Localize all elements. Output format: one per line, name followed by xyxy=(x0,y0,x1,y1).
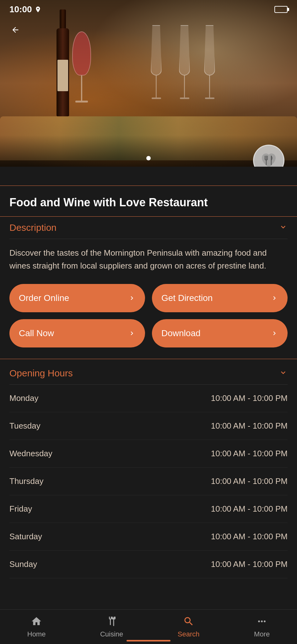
champagne-glass-3 xyxy=(204,25,215,99)
home-indicator xyxy=(127,640,170,641)
hours-day-friday: Friday xyxy=(9,504,32,514)
description-text: Discover the tastes of the Mornington Pe… xyxy=(9,239,288,284)
wine-glass-decoration xyxy=(72,31,91,103)
download-label: Download xyxy=(161,328,201,338)
hours-day-wednesday: Wednesday xyxy=(9,449,52,458)
search-icon xyxy=(183,616,194,628)
battery-icon xyxy=(274,6,288,13)
nav-more-label: More xyxy=(254,630,270,638)
get-direction-button[interactable]: Get Direction xyxy=(152,284,288,312)
back-icon xyxy=(11,25,20,34)
hours-day-sunday: Sunday xyxy=(9,559,37,569)
hours-time-tuesday: 10:00 AM - 10:00 PM xyxy=(211,421,288,431)
hours-time-monday: 10:00 AM - 10:00 PM xyxy=(211,393,288,403)
hours-day-monday: Monday xyxy=(9,393,39,403)
download-button[interactable]: Download xyxy=(152,319,288,347)
description-chevron-icon xyxy=(279,223,288,233)
hours-row: Monday10:00 AM - 10:00 PM xyxy=(9,385,288,412)
hours-row: Friday10:00 AM - 10:00 PM xyxy=(9,495,288,523)
home-icon xyxy=(31,616,42,628)
carousel-dots xyxy=(146,156,151,160)
hours-row: Thursday10:00 AM - 10:00 PM xyxy=(9,468,288,495)
call-now-button[interactable]: Call Now xyxy=(9,319,145,347)
hero-overlay xyxy=(0,135,297,167)
description-section-header[interactable]: Description xyxy=(9,217,288,239)
hours-day-tuesday: Tuesday xyxy=(9,421,40,431)
hours-row: Sunday10:00 AM - 10:00 PM xyxy=(9,551,288,578)
hero-image xyxy=(0,0,297,167)
order-online-button[interactable]: Order Online xyxy=(9,284,145,312)
main-content: Food and Wine with Love Restaurant Descr… xyxy=(0,179,297,619)
cuisine-icon xyxy=(106,616,117,628)
hours-time-wednesday: 10:00 AM - 10:00 PM xyxy=(211,449,288,458)
hours-time-saturday: 10:00 AM - 10:00 PM xyxy=(211,532,288,541)
hours-row: Wednesday10:00 AM - 10:00 PM xyxy=(9,440,288,468)
time-display: 10:00 xyxy=(9,4,32,14)
carousel-dot-1[interactable] xyxy=(146,156,151,160)
nav-cuisine[interactable]: Cuisine xyxy=(94,613,129,641)
fork-knife-heart-icon xyxy=(259,151,278,167)
wine-bottle-decoration xyxy=(57,16,69,116)
nav-search-label: Search xyxy=(178,630,200,638)
status-bar: 10:00 xyxy=(0,0,297,19)
opening-hours-header[interactable]: Opening Hours xyxy=(9,362,288,385)
nav-home[interactable]: Home xyxy=(21,613,52,641)
nav-cuisine-label: Cuisine xyxy=(100,630,123,638)
arrow-right-icon-4 xyxy=(271,330,278,337)
arrow-right-icon-2 xyxy=(271,294,278,302)
hours-container: Monday10:00 AM - 10:00 PMTuesday10:00 AM… xyxy=(9,385,288,578)
button-row-1: Order Online Get Direction xyxy=(9,284,288,312)
nav-search[interactable]: Search xyxy=(171,613,206,641)
get-direction-label: Get Direction xyxy=(161,293,213,303)
hours-time-sunday: 10:00 AM - 10:00 PM xyxy=(211,559,288,569)
hours-time-thursday: 10:00 AM - 10:00 PM xyxy=(211,476,288,486)
back-button[interactable] xyxy=(8,22,23,38)
champagne-glass-2 xyxy=(179,25,190,99)
hours-chevron-icon xyxy=(279,368,288,378)
hours-day-thursday: Thursday xyxy=(9,476,43,486)
nav-more[interactable]: More xyxy=(248,613,276,641)
location-icon xyxy=(35,6,41,13)
nav-home-label: Home xyxy=(27,630,46,638)
restaurant-name: Food and Wine with Love Restaurant xyxy=(9,186,288,216)
more-icon xyxy=(256,616,267,628)
arrow-right-icon xyxy=(128,294,136,302)
champagne-glass-1 xyxy=(151,25,162,99)
description-label: Description xyxy=(9,222,57,233)
hours-row: Saturday10:00 AM - 10:00 PM xyxy=(9,523,288,551)
action-buttons: Order Online Get Direction Call Now D xyxy=(9,284,288,347)
opening-hours-label: Opening Hours xyxy=(9,368,73,379)
button-row-2: Call Now Download xyxy=(9,319,288,347)
order-online-label: Order Online xyxy=(19,293,69,303)
opening-hours-section: Opening Hours Monday10:00 AM - 10:00 PMT… xyxy=(9,359,288,578)
hours-row: Tuesday10:00 AM - 10:00 PM xyxy=(9,412,288,440)
arrow-right-icon-3 xyxy=(128,330,136,337)
status-time: 10:00 xyxy=(9,4,41,14)
hours-time-friday: 10:00 AM - 10:00 PM xyxy=(211,504,288,514)
hours-day-saturday: Saturday xyxy=(9,532,42,541)
call-now-label: Call Now xyxy=(19,328,54,338)
bottom-navigation: Home Cuisine Search More xyxy=(0,609,297,644)
